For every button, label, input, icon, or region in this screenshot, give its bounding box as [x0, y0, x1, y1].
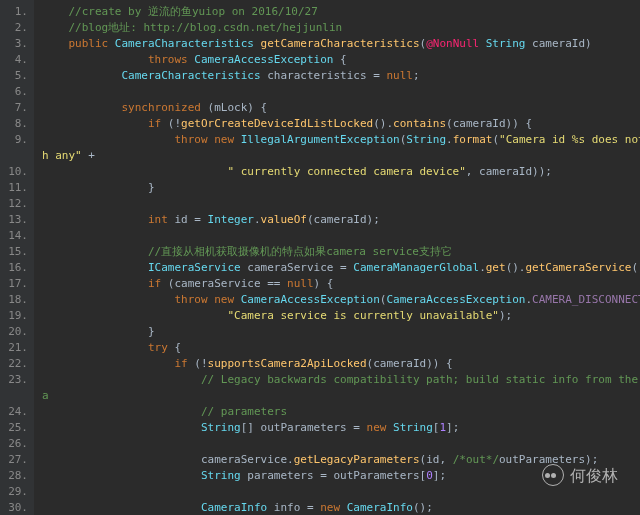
token: cameraId) [526, 37, 592, 50]
token: CAMERA_DISCONNECTED [532, 293, 640, 306]
code-line: // parameters [42, 404, 640, 420]
line-number: 5. [4, 68, 28, 84]
token: public [69, 37, 115, 50]
code-line: CameraInfo info = new CameraInfo(); [42, 500, 640, 515]
token: // Legacy backwards compatibility path; … [201, 373, 640, 386]
code-line [42, 228, 640, 244]
token: cameraService = [241, 261, 354, 274]
code-line: //blog地址: http://blog.csdn.net/hejjunlin [42, 20, 640, 36]
token [479, 37, 486, 50]
code-line: " currently connected camera device", ca… [42, 164, 640, 180]
token: getCameraCharacteristics [261, 37, 420, 50]
line-number: 4. [4, 52, 28, 68]
token: CameraCharacteristics [121, 69, 260, 82]
line-number: 22. [4, 356, 28, 372]
code-line [42, 196, 640, 212]
line-number: 28. [4, 468, 28, 484]
line-number: 21. [4, 340, 28, 356]
token: (). [373, 117, 393, 130]
token: IllegalArgumentException [241, 133, 400, 146]
line-number: 13. [4, 212, 28, 228]
token: throws [148, 53, 194, 66]
code-line [42, 84, 640, 100]
code-area: //create by 逆流的鱼yuiop on 2016/10/27 //bl… [34, 0, 640, 515]
line-number: 3. [4, 36, 28, 52]
code-line: synchronized (mLock) { [42, 100, 640, 116]
token: { [333, 53, 346, 66]
line-number-gutter: 1.2.3.4.5.6.7.8.9.10.11.12.13.14.15.16.1… [0, 0, 34, 515]
token: getCameraService [526, 261, 632, 274]
line-number: 7. [4, 100, 28, 116]
token: String [406, 133, 446, 146]
token: CameraInfo [201, 501, 267, 514]
token: (cameraId)) { [367, 357, 453, 370]
token: Integer [208, 213, 254, 226]
token: CameraInfo [347, 501, 413, 514]
code-line: ICameraService cameraService = CameraMan… [42, 260, 640, 276]
token: (cameraId)) { [446, 117, 532, 130]
token: ]; [433, 469, 446, 482]
code-line: // Legacy backwards compatibility path; … [42, 372, 640, 388]
token: format [453, 133, 493, 146]
token: CameraAccessException [241, 293, 380, 306]
token: ); [499, 309, 512, 322]
token: (cameraId); [307, 213, 380, 226]
token: try [148, 341, 168, 354]
token: cameraService. [201, 453, 294, 466]
token: null [287, 277, 314, 290]
token: String [201, 421, 241, 434]
token: id = [168, 213, 208, 226]
token: (id, [420, 453, 453, 466]
token: parameters = outParameters[ [241, 469, 426, 482]
token: (cameraService == [161, 277, 287, 290]
token: a [42, 389, 49, 402]
token: String [486, 37, 526, 50]
token: "Camera service is currently unavailable… [227, 309, 499, 322]
token: if [148, 277, 161, 290]
token: characteristics = [261, 69, 387, 82]
line-number: 11. [4, 180, 28, 196]
token: ]; [446, 421, 459, 434]
token: getOrCreateDeviceIdListLocked [181, 117, 373, 130]
token: CameraAccessException [386, 293, 525, 306]
token: String [393, 421, 433, 434]
token: 0 [426, 469, 433, 482]
code-line: } [42, 180, 640, 196]
line-number: 1. [4, 4, 28, 20]
line-number: 12. [4, 196, 28, 212]
line-number: 14. [4, 228, 28, 244]
line-number: 30. [4, 500, 28, 515]
line-number: 29. [4, 484, 28, 500]
token: (). [506, 261, 526, 274]
code-line: a [42, 388, 640, 404]
code-line: try { [42, 340, 640, 356]
code-line: int id = Integer.valueOf(cameraId); [42, 212, 640, 228]
token: (); [413, 501, 433, 514]
code-line: if (cameraService == null) { [42, 276, 640, 292]
token: } [148, 181, 155, 194]
line-number: 10. [4, 164, 28, 180]
line-number: 17. [4, 276, 28, 292]
token: //create by 逆流的鱼yuiop on 2016/10/27 [69, 5, 318, 18]
token: [] outParameters = [241, 421, 367, 434]
line-number: 27. [4, 452, 28, 468]
token: , cameraId)); [466, 165, 552, 178]
code-line: if (!supportsCamera2ApiLocked(cameraId))… [42, 356, 640, 372]
token: + [82, 149, 95, 162]
code-line [42, 436, 640, 452]
token: int [148, 213, 168, 226]
code-line: CameraCharacteristics characteristics = … [42, 68, 640, 84]
line-number: 16. [4, 260, 28, 276]
wechat-icon [542, 464, 564, 486]
token: . [446, 133, 453, 146]
code-line: throw new IllegalArgumentException(Strin… [42, 132, 640, 148]
token: throw new [174, 133, 240, 146]
token: " currently connected camera device" [227, 165, 465, 178]
token: // parameters [201, 405, 287, 418]
token: synchronized [121, 101, 200, 114]
line-number: 18. [4, 292, 28, 308]
line-number: 24. [4, 404, 28, 420]
token: CameraAccessException [194, 53, 333, 66]
watermark: 何俊林 [542, 464, 618, 487]
token: new [320, 501, 347, 514]
